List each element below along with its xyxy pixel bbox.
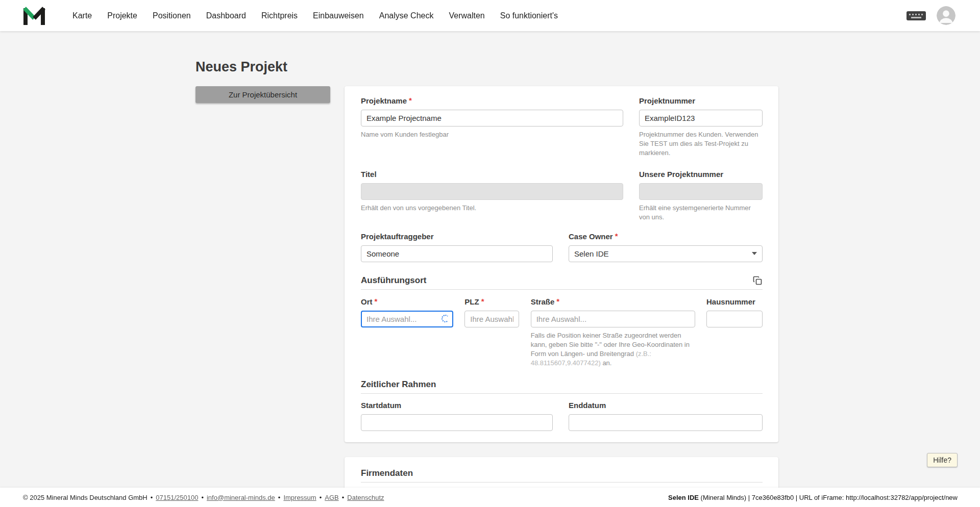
user-avatar[interactable] [937, 6, 955, 25]
separator-dot: • [201, 494, 204, 501]
ort-field: Ort* [361, 297, 453, 327]
nav-item-karte[interactable]: Karte [65, 0, 100, 31]
projektnummer-helper: Projektnummer des Kunden. Verwenden Sie … [639, 130, 763, 158]
case-owner-select[interactable]: Selen IDE [569, 245, 763, 262]
help-button[interactable]: Hilfe? [927, 453, 958, 467]
section-ausfuehrungsort-title: Ausführungsort [361, 275, 426, 286]
nav-item-einbauweisen[interactable]: Einbauweisen [305, 0, 372, 31]
projektname-label: Projektname* [361, 96, 623, 105]
hausnummer-input[interactable] [706, 311, 763, 327]
enddatum-input[interactable] [569, 414, 763, 431]
plz-input[interactable] [464, 311, 519, 327]
section-firmendaten-title: Firmendaten [361, 468, 413, 478]
startdatum-label: Startdatum [361, 401, 553, 410]
separator-dot: • [342, 494, 345, 501]
session-info: Selen IDE (Mineral Minds) | 7ce360e83fb0… [668, 494, 958, 501]
section-zeitlicher-rahmen-title: Zeitlicher Rahmen [361, 379, 436, 390]
projektname-field: Projektname* Name vom Kunden festlegbar [361, 96, 623, 158]
form-row-5: Startdatum Enddatum [361, 401, 763, 431]
logo-icon [23, 6, 45, 26]
nav-item-projekte[interactable]: Projekte [100, 0, 145, 31]
form-row-1: Projektname* Name vom Kunden festlegbar … [361, 96, 763, 158]
startdatum-input[interactable] [361, 414, 553, 431]
strasse-label: Straße* [531, 297, 695, 306]
projektname-input[interactable] [361, 110, 623, 126]
session-user: Selen IDE [668, 494, 699, 501]
mineral-minds-logo[interactable] [23, 6, 45, 26]
nav-item-positionen[interactable]: Positionen [145, 0, 199, 31]
strasse-helper: Falls die Position keiner Straße zugeord… [531, 331, 695, 368]
plz-label: PLZ* [464, 297, 519, 306]
form-row-2: Titel Erhält den von uns vorgegebenen Ti… [361, 170, 763, 222]
case-owner-value: Selen IDE [574, 249, 609, 258]
copy-icon[interactable] [752, 275, 763, 286]
session-details: (Mineral Minds) | 7ce360e83fb0 | URL of … [699, 494, 958, 501]
required-marker: * [409, 96, 412, 105]
nav-item-verwalten[interactable]: Verwalten [441, 0, 492, 31]
separator-dot: • [320, 494, 322, 501]
projektnummer-input[interactable] [639, 110, 763, 126]
footer-link-agb[interactable]: AGB [325, 494, 338, 501]
required-marker: * [481, 297, 484, 306]
nav-item-richtpreis[interactable]: Richtpreis [254, 0, 305, 31]
projektname-helper: Name vom Kunden festlegbar [361, 130, 623, 139]
keyboard-icon[interactable] [906, 9, 926, 22]
required-marker: * [615, 232, 618, 240]
section-ausfuehrungsort: Ausführungsort [361, 275, 763, 290]
section-zeitlicher-rahmen: Zeitlicher Rahmen [361, 379, 763, 394]
titel-field: Titel Erhält den von uns vorgegebenen Ti… [361, 170, 623, 222]
ort-label: Ort* [361, 297, 453, 306]
main-nav: Karte Projekte Positionen Dashboard Rich… [65, 0, 566, 31]
nav-item-dashboard[interactable]: Dashboard [199, 0, 254, 31]
projektnummer-label: Projektnummer [639, 96, 763, 105]
unsere-projektnummer-helper: Erhält eine systemgenerierte Nummer von … [639, 204, 763, 222]
separator-dot: • [278, 494, 281, 501]
required-marker: * [556, 297, 559, 306]
strasse-input[interactable] [531, 311, 695, 327]
startdatum-field: Startdatum [361, 401, 553, 431]
projektauftraggeber-field: Projektauftraggeber [361, 232, 553, 262]
footer-legal: © 2025 Mineral Minds Deutschland GmbH • … [23, 494, 384, 501]
titel-label: Titel [361, 170, 623, 179]
dropdown-caret-icon [752, 252, 757, 255]
footer-link-impressum[interactable]: Impressum [283, 494, 316, 501]
enddatum-label: Enddatum [569, 401, 763, 410]
form-row-4: Ort* PLZ* Straße* Falls die Position kei… [361, 297, 763, 368]
footer: © 2025 Mineral Minds Deutschland GmbH • … [0, 488, 980, 507]
projektauftraggeber-label: Projektauftraggeber [361, 232, 553, 241]
project-form-card: Projektname* Name vom Kunden festlegbar … [345, 86, 778, 442]
projektnummer-field: Projektnummer Projektnummer des Kunden. … [639, 96, 763, 158]
section-firmendaten: Firmendaten [361, 468, 763, 483]
footer-link-datenschutz[interactable]: Datenschutz [347, 494, 384, 501]
top-navigation-bar: Karte Projekte Positionen Dashboard Rich… [0, 0, 980, 31]
required-marker: * [375, 297, 378, 306]
form-row-3: Projektauftraggeber Case Owner* Selen ID… [361, 232, 763, 262]
strasse-field: Straße* Falls die Position keiner Straße… [531, 297, 695, 368]
hausnummer-field: Hausnummer [706, 297, 763, 327]
form-cards: Projektname* Name vom Kunden festlegbar … [345, 86, 778, 507]
topbar-right [906, 6, 955, 25]
unsere-projektnummer-field: Unsere Projektnummer Erhält eine systemg… [639, 170, 763, 222]
enddatum-field: Enddatum [569, 401, 763, 431]
project-overview-button[interactable]: Zur Projektübersicht [195, 86, 330, 103]
hausnummer-label: Hausnummer [706, 297, 763, 306]
footer-link-email[interactable]: info@mineral-minds.de [207, 494, 275, 501]
titel-helper: Erhält den von uns vorgegebenen Titel. [361, 204, 623, 213]
unsere-projektnummer-input [639, 183, 763, 200]
case-owner-field: Case Owner* Selen IDE [569, 232, 763, 262]
nav-item-analyse-check[interactable]: Analyse Check [372, 0, 442, 31]
copyright-text: © 2025 Mineral Minds Deutschland GmbH [23, 494, 148, 501]
footer-link-phone[interactable]: 07151/250100 [156, 494, 198, 501]
unsere-projektnummer-label: Unsere Projektnummer [639, 170, 763, 179]
page-title: Neues Projekt [195, 59, 287, 75]
ort-input[interactable] [361, 311, 453, 327]
separator-dot: • [151, 494, 153, 501]
case-owner-label: Case Owner* [569, 232, 763, 241]
nav-item-so-funktionierts[interactable]: So funktioniert's [493, 0, 566, 31]
projektauftraggeber-input[interactable] [361, 245, 553, 262]
titel-input [361, 183, 623, 200]
plz-field: PLZ* [464, 297, 519, 327]
